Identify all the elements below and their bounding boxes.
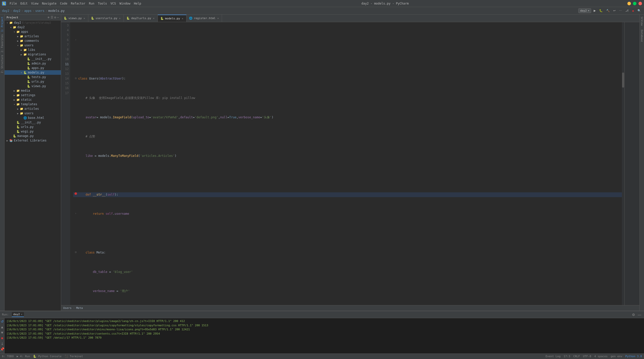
breakpoint-11[interactable] bbox=[74, 192, 77, 195]
breadcrumb-apps[interactable]: apps bbox=[24, 9, 31, 13]
menu-edit[interactable]: Edit bbox=[19, 1, 29, 6]
tree-item-modelspy[interactable]: ▾ 🐍 models.py bbox=[5, 70, 61, 75]
menu-refactor[interactable]: Refactor bbox=[69, 1, 87, 6]
tree-item-templates[interactable]: ▾ 📁 templates bbox=[5, 102, 61, 106]
tree-item-basehtml[interactable]: 🌐 base.html bbox=[5, 116, 61, 120]
pin-btn[interactable]: 📌 bbox=[0, 347, 5, 351]
panel-settings-icon[interactable]: ⚙ bbox=[54, 16, 56, 19]
status-python-version[interactable]: Python 3.8 bbox=[625, 355, 642, 358]
status-todo[interactable]: 6: TODO bbox=[2, 355, 14, 358]
run-button[interactable]: ▶ bbox=[593, 9, 597, 13]
editor-scrollbar[interactable] bbox=[622, 22, 624, 305]
breadcrumb-day2[interactable]: day2 bbox=[2, 9, 9, 13]
scroll-up-btn[interactable]: ▲ bbox=[0, 325, 5, 329]
sidebar-tab-scview[interactable]: SCView bbox=[640, 15, 644, 28]
tree-item-init[interactable]: 🐍 __init__.py bbox=[5, 57, 61, 61]
panel-expand-icon[interactable]: ☰ bbox=[51, 16, 53, 19]
scroll-down-btn[interactable]: ▼ bbox=[0, 330, 5, 335]
tree-item-media[interactable]: ▶ 📁 media bbox=[5, 88, 61, 93]
menu-code[interactable]: Code bbox=[59, 1, 69, 6]
status-encoding[interactable]: UTF-8 bbox=[583, 355, 591, 358]
build-button[interactable]: 🔨 bbox=[605, 9, 611, 13]
sidebar-tab-structure[interactable]: Z: Structure bbox=[0, 54, 4, 74]
editor-scrollbar-thumb[interactable] bbox=[622, 73, 624, 88]
tab-close-register-html[interactable]: ✕ bbox=[217, 17, 219, 20]
tree-item-testspy[interactable]: 🐍 tests.py bbox=[5, 75, 61, 79]
tab-close-day2-urls[interactable]: ✕ bbox=[153, 17, 155, 20]
tree-item-day2-root[interactable]: ▾ 📁 day2 E:\projectfile\day2 bbox=[5, 20, 61, 25]
status-position[interactable]: 17:3 bbox=[563, 355, 570, 358]
tree-item-articles-tpl[interactable]: ▶ 📁 articles bbox=[5, 106, 61, 111]
status-terminal[interactable]: ⬛ Terminal bbox=[65, 355, 83, 358]
more-button[interactable]: ⋯ bbox=[618, 9, 623, 13]
status-indent[interactable]: 4 spaces bbox=[594, 355, 608, 358]
footer-breadcrumb-users[interactable]: Users bbox=[63, 306, 71, 310]
close-button[interactable]: ✕ bbox=[638, 2, 642, 5]
run-config-selector[interactable]: day2 ▾ bbox=[578, 8, 591, 13]
minimize-panel-btn[interactable]: — bbox=[637, 312, 642, 317]
tree-item-wsgipy[interactable]: 🐍 wsgi.py bbox=[5, 129, 61, 134]
tree-item-articles[interactable]: ▶ 📁 articles bbox=[5, 34, 61, 39]
search-everywhere-button[interactable]: 🔍 bbox=[636, 9, 642, 13]
tree-item-comments[interactable]: ▶ 📁 comments bbox=[5, 39, 61, 43]
tree-item-usersurlspy[interactable]: 🐍 urls.py bbox=[5, 79, 61, 84]
footer-breadcrumb-meta[interactable]: Meta bbox=[76, 306, 83, 310]
menu-vcs[interactable]: VCS bbox=[109, 1, 118, 6]
breadcrumb-users[interactable]: users bbox=[35, 9, 44, 13]
rerun-button[interactable]: ↩ bbox=[612, 9, 617, 13]
menu-view[interactable]: View bbox=[30, 1, 40, 6]
restart-btn[interactable]: ↺ bbox=[0, 319, 5, 324]
menu-window[interactable]: Window bbox=[118, 1, 132, 6]
stop-run-btn[interactable]: ■ bbox=[0, 336, 4, 340]
tree-item-static[interactable]: ▶ 📁 static bbox=[5, 97, 61, 102]
tab-models-py[interactable]: 🐍 models.py ✕ bbox=[158, 15, 187, 22]
tab-close-users-urls[interactable]: ✕ bbox=[119, 17, 121, 20]
fold-3[interactable]: › bbox=[75, 38, 77, 42]
menu-help[interactable]: Help bbox=[132, 1, 143, 6]
sidebar-tab-database[interactable]: Database bbox=[640, 28, 644, 44]
tree-item-users-tpl[interactable]: ▶ 📁 users bbox=[5, 111, 61, 116]
tree-item-usersviewspy[interactable]: 🐍 views.py bbox=[5, 84, 61, 88]
settings-btn[interactable]: ⚙ bbox=[631, 312, 636, 317]
breadcrumb-day2-sub[interactable]: day2 bbox=[13, 9, 20, 13]
status-python-console[interactable]: 🐍 Python Console bbox=[33, 355, 61, 358]
minimize-button[interactable]: — bbox=[627, 2, 631, 5]
status-event-log[interactable]: Event Log bbox=[546, 355, 561, 358]
tree-item-urlspy2[interactable]: 🐍 urls.py bbox=[5, 125, 61, 129]
tree-item-appspy[interactable]: 🐍 apps.py bbox=[5, 66, 61, 70]
tree-item-admin[interactable]: 🐍 admin.py bbox=[5, 61, 61, 66]
tab-close-views-py[interactable]: ✕ bbox=[83, 17, 86, 20]
panel-locate-icon[interactable]: ⊕ bbox=[48, 16, 49, 19]
menu-tools[interactable]: Tools bbox=[96, 1, 108, 6]
scroll-to-end-btn[interactable]: ⤓ bbox=[0, 341, 5, 346]
tree-item-managepy[interactable]: 🐍 manage.py bbox=[5, 134, 61, 138]
menu-run[interactable]: Run bbox=[87, 1, 96, 6]
status-run[interactable]: ▶ 4: Run bbox=[17, 355, 30, 358]
tab-register-html[interactable]: 🌐 register.html ✕ bbox=[186, 15, 222, 22]
tree-item-apps[interactable]: ▾ 📁 apps bbox=[5, 29, 61, 34]
tree-item-users[interactable]: ▾ 📁 users bbox=[5, 43, 61, 48]
code-editor[interactable]: › ⊟ class Users(AbstractUser): # 头像 使用 bbox=[70, 22, 622, 305]
git-button[interactable]: ⎇ bbox=[624, 9, 630, 13]
tab-day2-urls[interactable]: 🐍 day2\urls.py ✕ bbox=[124, 15, 158, 22]
panel-close-icon[interactable]: — bbox=[57, 16, 59, 19]
fold-14[interactable]: ⊟ bbox=[75, 250, 77, 254]
tree-item-settings[interactable]: ▶ 📁 settings bbox=[5, 93, 61, 97]
menu-file[interactable]: File bbox=[8, 1, 18, 6]
tree-item-init2[interactable]: 🐍 __init__.py bbox=[5, 120, 61, 125]
fold-5[interactable]: ⊟ bbox=[75, 76, 77, 80]
tree-item-extlibs[interactable]: ▶ 📚 External Libraries bbox=[5, 138, 61, 143]
tab-close-models-py[interactable]: ✕ bbox=[181, 17, 184, 20]
tree-item-libs[interactable]: ▶ 📁 libs bbox=[5, 48, 61, 52]
tab-users-urls[interactable]: 🐍 users\urls.py ✕ bbox=[88, 15, 124, 22]
menu-navigate[interactable]: Navigate bbox=[41, 1, 58, 6]
tree-item-day2-sub[interactable]: ▾ 📁 day2 bbox=[5, 25, 61, 29]
fold-12[interactable]: › bbox=[75, 211, 77, 216]
tab-views-py[interactable]: 🐍 views.py ✕ bbox=[61, 15, 88, 22]
sidebar-tab-project[interactable]: 1: Project bbox=[0, 16, 4, 33]
tree-item-migrations[interactable]: ▶ 📁 migrations bbox=[5, 52, 61, 57]
sidebar-tab-favorites[interactable]: 2: Favorites bbox=[0, 33, 4, 53]
bottom-tab-day2[interactable]: day2 ✕ bbox=[12, 312, 24, 317]
status-env[interactable]: gen env bbox=[611, 355, 622, 358]
stop-button[interactable]: ■ bbox=[631, 9, 635, 13]
